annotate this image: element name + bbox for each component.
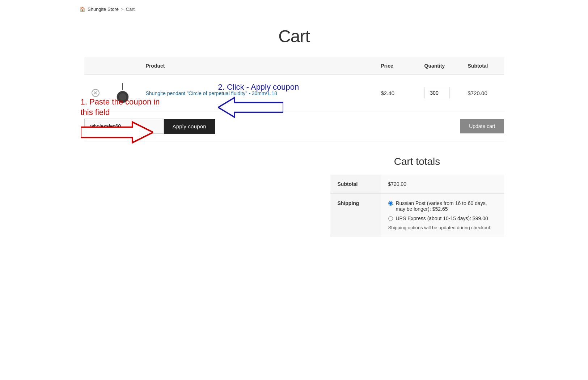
page-title: Cart: [0, 26, 588, 46]
product-subtotal: $720.00: [468, 90, 487, 96]
col-header-price: Price: [374, 57, 417, 75]
col-header-image: [107, 57, 139, 75]
col-header-remove: [84, 57, 107, 75]
subtotal-label: Subtotal: [330, 175, 381, 194]
shipping-option-2: UPS Express (about 10-15 days): $99.00: [388, 215, 497, 221]
col-header-product: Product: [139, 57, 374, 75]
breadcrumb-current: Cart: [126, 7, 135, 12]
remove-circle-icon: ✕: [92, 89, 100, 97]
table-row: ✕ Shungit: [84, 75, 504, 111]
breadcrumb-separator: >: [121, 7, 124, 12]
shipping-note: Shipping options will be updated during …: [388, 225, 497, 230]
totals-table: Subtotal $720.00 Shipping Russian Post (…: [330, 175, 504, 237]
col-header-quantity: Quantity: [417, 57, 461, 75]
quantity-input[interactable]: [424, 87, 450, 99]
col-header-subtotal: Subtotal: [461, 57, 504, 75]
cart-actions: Apply coupon Update cart: [84, 111, 504, 141]
shipping-option-1: Russian Post (varies from 16 to 60 days,…: [388, 200, 497, 212]
shipping-label: Shipping: [330, 194, 381, 237]
shipping-option-2-label: UPS Express (about 10-15 days): $99.00: [396, 215, 488, 221]
totals-subtotal-row: Subtotal $720.00: [330, 175, 504, 194]
breadcrumb-home-link[interactable]: Shungite Store: [88, 7, 119, 12]
cart-table: Product Price Quantity Subtotal ✕: [84, 57, 504, 111]
shipping-radio-1[interactable]: [388, 201, 393, 206]
product-price: $2.40: [381, 90, 395, 96]
product-link[interactable]: Shungite pendant "Circle of perpetual fl…: [146, 90, 277, 96]
update-cart-button[interactable]: Update cart: [460, 119, 504, 133]
breadcrumb: 🏠 Shungite Store > Cart: [0, 0, 588, 12]
shipping-radio-2[interactable]: [388, 216, 393, 221]
cart-totals-title: Cart totals: [330, 156, 504, 167]
remove-item-button[interactable]: ✕: [92, 89, 100, 97]
cart-totals: Cart totals Subtotal $720.00 Shipping: [330, 156, 504, 237]
subtotal-value: $720.00: [381, 175, 504, 194]
cart-totals-section: Cart totals Subtotal $720.00 Shipping: [84, 156, 504, 237]
coupon-area: Apply coupon: [84, 119, 215, 134]
shipping-options: Russian Post (varies from 16 to 60 days,…: [381, 194, 504, 237]
shipping-option-1-label: Russian Post (varies from 16 to 60 days,…: [396, 200, 497, 212]
coupon-input[interactable]: [84, 119, 164, 134]
svg-point-2: [119, 93, 126, 101]
home-icon: 🏠: [80, 7, 85, 12]
apply-coupon-button[interactable]: Apply coupon: [164, 119, 215, 134]
totals-shipping-row: Shipping Russian Post (varies from 16 to…: [330, 194, 504, 237]
product-image: [114, 82, 131, 104]
